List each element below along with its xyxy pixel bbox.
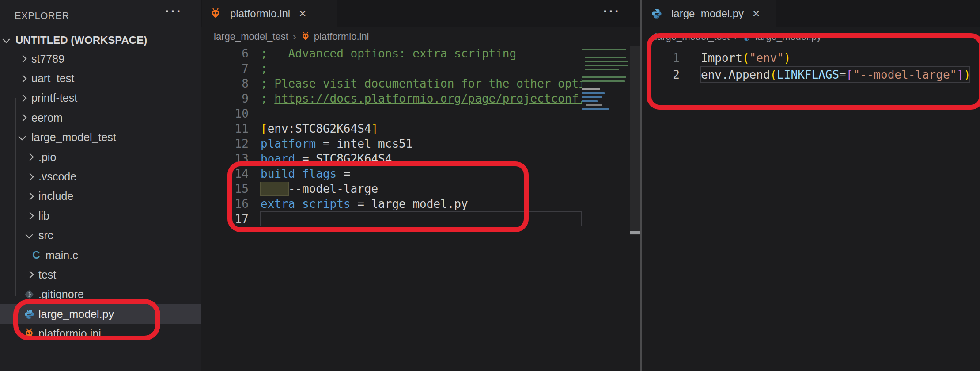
minimap-line: [585, 65, 628, 66]
breadcrumb-file[interactable]: large_model.py: [755, 31, 821, 42]
tree-item-label: st7789: [31, 53, 64, 65]
chevron-right-icon: [23, 210, 35, 222]
tree-item-label: test: [38, 268, 56, 281]
line-number: 9: [201, 91, 249, 106]
chevron-right-icon: [16, 111, 28, 124]
tree-item-uart-test[interactable]: uart_test: [0, 69, 201, 88]
tree-item-label: include: [38, 190, 73, 203]
chevron-down-icon: [23, 229, 35, 242]
tree-item-label: .pio: [38, 151, 56, 164]
editor-more-actions-icon[interactable]: ···: [603, 7, 621, 16]
tree-item--pio[interactable]: .pio: [0, 147, 201, 167]
tree-item-label: uart_test: [31, 72, 74, 85]
breadcrumb-file[interactable]: platformio.ini: [314, 31, 369, 42]
minimap-line: [582, 108, 609, 110]
tab-label: platformio.ini: [230, 8, 290, 20]
tree-item-label: printf-test: [31, 92, 77, 104]
tree-item-include[interactable]: include: [0, 187, 201, 206]
minimap-line: [582, 49, 626, 50]
tree-item-lib[interactable]: lib: [0, 206, 201, 226]
file-tree: st7789uart_testprintf-testeeromlarge_mod…: [0, 49, 201, 344]
line-number: 1: [642, 50, 680, 66]
code-line: 11[env:STC8G2K64S4]: [201, 121, 640, 136]
code-line: 9; https://docs.platformio.org/page/proj…: [201, 91, 640, 106]
platformio-icon: [301, 32, 310, 42]
tab-platformio-ini[interactable]: platformio.ini ×: [202, 0, 337, 27]
chevron-right-icon: [16, 53, 28, 65]
line-number: 8: [201, 76, 249, 91]
close-icon[interactable]: ×: [750, 7, 762, 21]
code-line: 16extra_scripts = large_model.py: [201, 196, 640, 211]
minimap-line: [585, 69, 619, 70]
tab-label: large_model.py: [671, 8, 744, 20]
explorer-sidebar: EXPLORER ··· UNTITLED (WORKSPACE) st7789…: [0, 0, 201, 371]
tree-item-eerom[interactable]: eerom: [0, 108, 201, 127]
code-line: 2env.Append(LINKFLAGS=["--model-large"]): [642, 66, 980, 83]
close-icon[interactable]: ×: [296, 7, 309, 21]
line-number: 7: [201, 61, 249, 76]
code-editor-large-model[interactable]: 1Import("env")2env.Append(LINKFLAGS=["--…: [642, 46, 980, 371]
minimap[interactable]: [582, 46, 630, 371]
chevron-down-icon: [0, 34, 12, 46]
breadcrumb-folder[interactable]: large_model_test: [214, 31, 288, 42]
code-editor-platformio[interactable]: 6; Advanced options: extra scripting7;8;…: [201, 46, 640, 371]
tree-item-label: eerom: [31, 111, 63, 124]
workspace-root-row[interactable]: UNTITLED (WORKSPACE): [0, 31, 201, 50]
minimap-line: [582, 92, 605, 94]
breadcrumb-right: large_model_test › large_model.py: [642, 27, 980, 46]
minimap-line: [585, 61, 628, 62]
code-line: 8; Please visit documentation for the ot…: [201, 76, 640, 91]
code-line: 6; Advanced options: extra scripting: [201, 46, 640, 61]
c-icon: C: [30, 249, 42, 261]
tree-item-src[interactable]: src: [0, 226, 201, 245]
tree-item-large-model-test[interactable]: large_model_test: [0, 128, 201, 147]
scrollbar[interactable]: [630, 46, 641, 371]
explorer-title: EXPLORER: [15, 10, 69, 22]
tree-item-large-model-py[interactable]: large_model.py: [0, 304, 201, 324]
chevron-right-icon: [23, 151, 35, 163]
line-number: 15: [201, 181, 249, 196]
explorer-header: EXPLORER ···: [0, 0, 201, 27]
minimap-line: [582, 88, 600, 90]
chevron-right-icon: [23, 171, 35, 183]
tree-item-label: large_model_test: [31, 131, 116, 144]
git-icon: [23, 288, 35, 301]
chevron-right-icon: [23, 190, 35, 203]
tree-indent-guide: [15, 98, 16, 296]
chevron-right-icon: ›: [293, 31, 296, 43]
line-number: 14: [201, 166, 249, 181]
python-icon: [651, 8, 662, 19]
tree-item-label: platformio.ini: [38, 327, 101, 340]
minimap-line: [582, 96, 602, 98]
line-number: 11: [201, 121, 249, 136]
line-number: 13: [201, 151, 249, 166]
cursor-overview-marker: [630, 231, 641, 234]
vscode-window: EXPLORER ··· UNTITLED (WORKSPACE) st7789…: [0, 0, 980, 371]
explorer-more-actions-icon[interactable]: ···: [165, 7, 182, 16]
tree-item-printf-test[interactable]: printf-test: [0, 88, 201, 108]
tree-item-st7789[interactable]: st7789: [0, 49, 201, 69]
code-line: 12platform = intel_mcs51: [201, 136, 640, 151]
minimap-line: [582, 100, 598, 102]
line-number: 12: [201, 136, 249, 151]
tree-item-label: .gitignore: [38, 288, 84, 301]
minimap-line: [582, 80, 625, 82]
code-line: 17: [201, 211, 640, 226]
scrollbar-thumb[interactable]: [630, 46, 641, 235]
workspace-label: UNTITLED (WORKSPACE): [15, 34, 147, 46]
tree-item--vscode[interactable]: .vscode: [0, 167, 201, 186]
tab-bar-right: large_model.py ×: [642, 0, 980, 27]
editor-group-large-model: large_model.py × large_model_test › larg…: [642, 0, 980, 371]
tree-item-platformio-ini[interactable]: platformio.ini: [0, 324, 201, 343]
tab-bar-middle: platformio.ini × ···: [201, 0, 640, 27]
code-line: 10: [201, 106, 640, 121]
code-line: 14build_flags =: [201, 166, 640, 181]
line-number: 10: [201, 106, 249, 121]
tree-item--gitignore[interactable]: .gitignore: [0, 285, 201, 304]
tree-item-main-c[interactable]: Cmain.c: [0, 245, 201, 265]
tree-item-test[interactable]: test: [0, 265, 201, 284]
code-line: 7;: [201, 61, 640, 76]
tab-large-model-py[interactable]: large_model.py ×: [642, 0, 776, 27]
breadcrumb-folder[interactable]: large_model_test: [655, 31, 730, 42]
chevron-right-icon: [16, 92, 28, 104]
